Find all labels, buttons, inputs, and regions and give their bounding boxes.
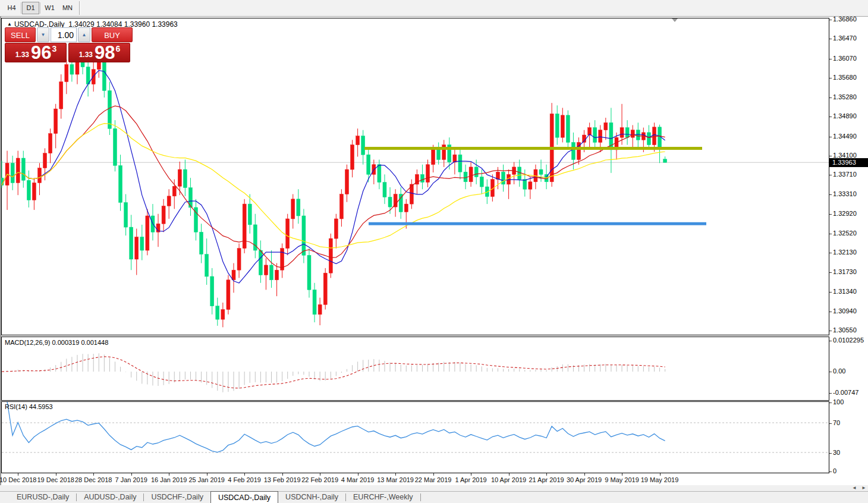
price-tick: [829, 175, 832, 175]
rsi-tick: [829, 453, 832, 454]
date-tick: [433, 473, 434, 476]
mt4-window: H4 D1 W1 MN ▲USDCAD-,Daily 1.34029 1.340…: [0, 0, 868, 503]
price-scale-label: 1.34100: [833, 152, 857, 159]
date-tick: [207, 473, 207, 476]
sell-quote-button[interactable]: 1.33 96 3: [5, 43, 67, 62]
date-tick: [584, 473, 585, 476]
price-scale-label: 1.33710: [833, 171, 857, 178]
toolbar-separator: [21, 2, 21, 14]
price-tick: [829, 234, 832, 234]
buy-button[interactable]: BUY: [92, 27, 133, 42]
timeframe-button-h4[interactable]: H4: [3, 2, 20, 14]
rsi-label: RSI(14) 44.5953: [5, 403, 53, 410]
price-tick: [829, 214, 832, 215]
date-tick: [546, 473, 547, 476]
price-tick: [829, 78, 832, 78]
tab-usdcnh[interactable]: USDCNH-,Daily: [278, 492, 345, 503]
price-scale-label: 1.34890: [833, 112, 857, 120]
sell-price-prefix: 1.33: [15, 51, 29, 59]
toolbar-groove: [79, 1, 80, 15]
price-tick: [829, 137, 832, 137]
chart-shift-marker-icon[interactable]: [672, 18, 678, 22]
date-tick: [244, 473, 245, 476]
ma-line-16: [2, 106, 665, 268]
price-scale-label: 1.33310: [833, 190, 857, 197]
macd-scale-label: 0.0102295: [833, 337, 864, 344]
price-scale-label: 1.35680: [833, 74, 857, 81]
rsi-line: [7, 402, 665, 452]
volume-input[interactable]: [51, 27, 77, 42]
scroll-left-icon[interactable]: ◄: [852, 485, 857, 491]
date-tick: [358, 473, 358, 476]
date-tick: [282, 473, 283, 476]
macd-histogram: [7, 353, 665, 392]
tab-usdcad[interactable]: USDCAD-,Daily: [210, 491, 278, 503]
one-click-trading-panel: SELL ▼ ▲ BUY 1.33 96 3 1.33 98 6: [5, 27, 133, 62]
moving-averages-layer: [2, 70, 665, 283]
date-tick: [131, 473, 132, 476]
rsi-indicator-pane[interactable]: [1, 401, 829, 473]
price-tick: [829, 98, 832, 98]
date-tick: [93, 473, 94, 476]
toolbar-separator: [40, 2, 40, 14]
price-scale-label: 1.35280: [833, 93, 857, 100]
rsi-scale-label: 0: [833, 467, 836, 474]
sell-button[interactable]: SELL: [5, 27, 36, 42]
volume-increase-icon[interactable]: ▲: [78, 27, 90, 42]
candles-layer: [1, 50, 667, 328]
price-scale-label: 1.30940: [833, 307, 857, 315]
buy-quote-button[interactable]: 1.33 98 6: [68, 43, 130, 62]
date-tick: [56, 473, 56, 476]
ma-line-34: [2, 124, 665, 248]
rsi-scale-label: 100: [833, 398, 844, 405]
price-tick: [829, 253, 832, 253]
price-tick: [829, 312, 832, 312]
tab-eurusd[interactable]: EURUSD-,Daily: [10, 492, 76, 503]
date-tick: [660, 473, 661, 476]
main-price-chart[interactable]: [1, 18, 829, 335]
scroll-right-icon[interactable]: ►: [861, 485, 866, 491]
tab-usdchf[interactable]: USDCHF-,Daily: [144, 492, 210, 503]
price-scale-label: 1.31730: [833, 268, 857, 275]
price-scale-label: 1.36470: [833, 34, 857, 42]
macd-indicator-pane[interactable]: [1, 337, 829, 401]
buy-price-prefix: 1.33: [79, 51, 93, 59]
volume-decrease-icon[interactable]: ▼: [37, 27, 49, 42]
price-scale-label: 1.32920: [833, 210, 857, 217]
date-tick: [471, 473, 471, 476]
timeframe-button-w1[interactable]: W1: [41, 2, 58, 14]
price-tick: [829, 20, 832, 20]
tab-eurchf[interactable]: EURCHF-,Weekly: [346, 492, 420, 503]
date-label: 19 May 2019: [635, 476, 685, 483]
tab-audusd[interactable]: AUDUSD-,Daily: [77, 492, 143, 503]
price-scale-label: 1.36070: [833, 55, 857, 62]
rsi-scale-label: 70: [833, 419, 840, 426]
tab-separator: [420, 493, 421, 501]
timeframe-button-mn[interactable]: MN: [59, 2, 76, 14]
price-scale-label: 1.32130: [833, 249, 857, 256]
price-tick: [829, 272, 832, 273]
timeframe-button-d1[interactable]: D1: [22, 2, 39, 14]
rsi-tick: [829, 471, 832, 472]
price-scale-label: 1.31340: [833, 288, 857, 295]
chart-tabbar: EURUSD-,DailyAUDUSD-,DailyUSDCHF-,DailyU…: [0, 491, 868, 503]
current-price-tag: 1.33963: [829, 158, 868, 167]
horizontal-scrollbar[interactable]: ◄ ►: [0, 485, 868, 491]
price-tick: [829, 156, 832, 156]
sell-price-pip: 3: [52, 44, 57, 54]
sell-price-main: 96: [31, 45, 51, 61]
ma-line-8: [2, 70, 665, 283]
price-tick: [829, 194, 832, 195]
macd-tick: [829, 372, 832, 372]
price-scale-label: 1.36860: [833, 15, 857, 23]
date-tick: [509, 473, 510, 476]
date-tick: [18, 473, 18, 476]
date-tick: [395, 473, 396, 476]
collapse-triangle-icon[interactable]: ▲: [7, 21, 12, 27]
date-tick: [320, 473, 320, 476]
rsi-tick: [829, 403, 832, 403]
price-tick: [829, 292, 832, 293]
price-tick: [829, 331, 832, 331]
rsi-scale-label: 30: [833, 449, 840, 456]
date-tick: [169, 473, 169, 476]
